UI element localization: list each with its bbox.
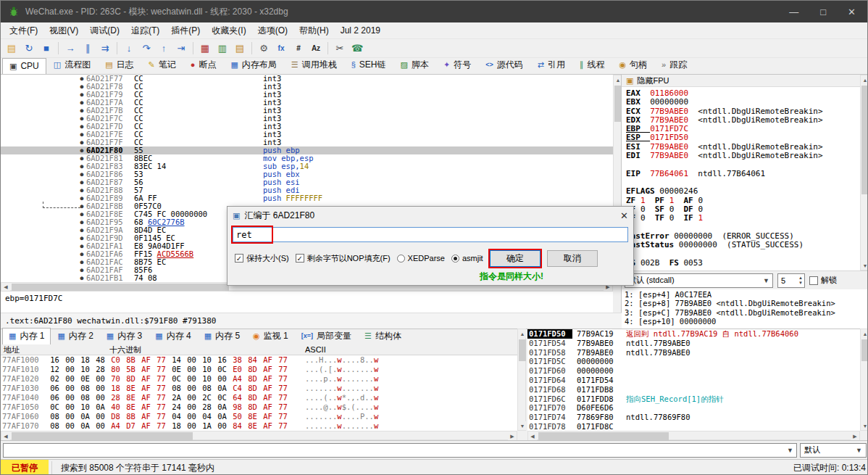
ok-button[interactable]: 确定 [490, 250, 541, 267]
scroll-down-arrow[interactable]: ▼ [861, 261, 868, 270]
dump-hscrollbar[interactable]: ◀ ▶ [1, 431, 517, 440]
tab-threads[interactable]: ∥线程 [572, 56, 612, 74]
case-icon[interactable]: Az [308, 41, 324, 56]
step-over-icon[interactable]: ↷ [138, 41, 154, 56]
stack-row[interactable]: 0171FD6C0171FDD8指向SEH_Record[1]的指针 [527, 395, 860, 404]
tab-memory-map[interactable]: ▦内存布局 [223, 56, 283, 74]
patches-icon[interactable]: # [291, 41, 306, 56]
dump-row[interactable]: 77AF10500C00100A408EAF772400280A988DAF77… [1, 402, 517, 412]
stack-row[interactable]: 0171FD5C00000000 [527, 357, 860, 366]
scroll-up-arrow[interactable]: ▲ [518, 329, 527, 338]
menu-item-1[interactable]: 视图(V) [43, 23, 84, 38]
scroll-thumb[interactable] [12, 284, 229, 291]
tab-references[interactable]: ⇄引用 [530, 56, 572, 74]
tab-symbols[interactable]: ✦符号 [436, 56, 478, 74]
dialog-close-icon[interactable]: ✕ [620, 210, 628, 221]
open-file-icon[interactable]: ▤ [4, 41, 20, 56]
tab-mem1[interactable]: ▦内存 1 [2, 328, 51, 344]
assemble-instruction-input[interactable]: ret [233, 227, 628, 242]
stack-pane[interactable]: 0171FD5077B9AC19返回到 ntdll.77B9AC19 自 ntd… [527, 329, 860, 431]
log-icon[interactable]: ▤ [232, 41, 248, 56]
checkbox-1[interactable]: ✓剩余字节以NOP填充(F) [296, 253, 391, 264]
tab-mem3[interactable]: ▦内存 3 [100, 328, 149, 344]
scroll-up-arrow[interactable]: ▲ [861, 329, 868, 338]
tab-notes[interactable]: ✎笔记 [141, 56, 183, 74]
stack-row[interactable]: 0171FD680171FDB8 [527, 385, 860, 395]
stack-row[interactable]: 0171FD640171FD54 [527, 376, 860, 385]
tab-mem2[interactable]: ▦内存 2 [51, 328, 99, 344]
tab-locals[interactable]: [x=]局部变量 [295, 328, 358, 344]
scissors-icon[interactable]: ✂ [332, 41, 348, 56]
menu-item-3[interactable]: 追踪(T) [125, 23, 165, 38]
register-row[interactable]: EIP 77B64061 ntdll.77B64061 [626, 170, 860, 178]
command-input[interactable]: ▼ [3, 443, 797, 458]
menu-item-5[interactable]: 收藏夹(I) [206, 23, 251, 38]
tab-trace[interactable]: »跟踪 [654, 56, 694, 74]
tab-call-stack[interactable]: ☰调用堆栈 [284, 56, 344, 74]
tab-script[interactable]: ▨脚本 [393, 56, 436, 74]
convention-dropdown[interactable]: 默认 (stdcall) ▼ [625, 273, 773, 288]
menu-item-7[interactable]: 帮助(H) [293, 23, 335, 38]
close-icon[interactable]: ■ [38, 41, 54, 56]
tab-graph[interactable]: ◫流程图 [46, 56, 98, 74]
stack-row[interactable]: 0171FD5077B9AC19返回到 ntdll.77B9AC19 自 ntd… [527, 329, 860, 339]
radio-asmjit[interactable]: asmjit [451, 254, 483, 263]
tab-handles[interactable]: ◉句柄 [612, 56, 654, 74]
stack-row[interactable]: 0171FD780171FD8C [527, 422, 860, 431]
step-out-icon[interactable]: ↑ [156, 41, 172, 56]
spinner-arrows[interactable]: ▲▼ [798, 276, 804, 286]
command-mode-dropdown[interactable]: 默认 ▼ [800, 443, 867, 458]
scroll-down-arrow[interactable]: ▼ [861, 421, 868, 430]
scroll-thumb[interactable] [861, 339, 868, 361]
hide-fpu-bar[interactable]: ▣ 隐藏FPU [622, 75, 860, 87]
dump-row[interactable]: 77AF107008000A00A4D7AF7718001A00848EAF77… [1, 421, 517, 431]
menu-item-8[interactable]: Jul 2 2019 [335, 24, 386, 37]
close-button[interactable]: ✕ [848, 7, 856, 17]
scroll-thumb[interactable] [861, 86, 868, 194]
stack-vscrollbar[interactable]: ▲ ▼ [860, 329, 868, 431]
run-icon[interactable]: → [62, 41, 78, 56]
dump-row[interactable]: 77AF106008000A00D88BAF770400040A508EAF77… [1, 412, 517, 421]
tab-mem4[interactable]: ▦内存 4 [149, 328, 197, 344]
dump-row[interactable]: 77AF101012001028805BAF770E00100CE08DAF77… [1, 365, 517, 374]
registers-pane[interactable]: ▣ 隐藏FPU EAX 01186000EBX 00000000ECX 77B9… [622, 75, 860, 270]
tab-log[interactable]: ▤日志 [98, 56, 141, 74]
stack-row[interactable]: 0171FD7477869F80ntdll.77869F80 [527, 413, 860, 422]
dump-vscrollbar[interactable]: ▲ ▼ [517, 329, 526, 431]
chevron-down-icon[interactable]: ▼ [787, 447, 793, 454]
memory-map-icon[interactable]: ▥ [214, 41, 230, 56]
dump-row[interactable]: 77AF103006000800188EAF770800080AC48DAF77… [1, 384, 517, 393]
menu-item-4[interactable]: 插件(P) [165, 23, 206, 38]
scroll-down-arrow[interactable]: ▼ [518, 421, 527, 430]
radio-xedparse[interactable]: XEDParse [397, 254, 445, 263]
tab-breakpoints[interactable]: ●断点 [183, 56, 224, 74]
step-into-icon[interactable]: ↓ [121, 41, 137, 56]
scroll-up-arrow[interactable]: ▲ [861, 75, 868, 84]
menu-item-0[interactable]: 文件(F) [4, 23, 43, 38]
stack-row[interactable]: 0171FD5877B9ABE0ntdll.77B9ABE0 [527, 348, 860, 358]
settings-icon[interactable]: ⚙ [256, 41, 272, 56]
cancel-button[interactable]: 取消 [547, 250, 598, 267]
restart-icon[interactable]: ↻ [21, 41, 37, 56]
registers-vscrollbar[interactable]: ▲ ▼ [860, 75, 868, 270]
pause-icon[interactable]: ∥ [80, 41, 96, 56]
menu-item-2[interactable]: 调试(D) [84, 23, 125, 38]
phone-icon[interactable]: ☎ [349, 41, 365, 56]
dump-row[interactable]: 77AF104006000800288EAF772A002C0C648DAF77… [1, 393, 517, 402]
arg-count-spinner[interactable]: 5 ▲▼ [777, 273, 805, 288]
register-row[interactable]: LastStatus 00000000 (STATUS_SUCCESS) [626, 241, 860, 249]
breakpoints-icon[interactable]: ▦ [197, 41, 213, 56]
scroll-thumb[interactable] [12, 432, 193, 440]
scroll-thumb[interactable] [538, 432, 669, 440]
register-row[interactable]: EDI 77B9ABE0 <ntdll.DbgUiRemoteBreakin> [626, 152, 860, 160]
dump-row[interactable]: 77AF100016001848C08BAF77140010163884AF77… [1, 355, 517, 365]
tab-watch1[interactable]: ◉监视 1 [246, 328, 295, 344]
tab-struct[interactable]: ☰结构体 [358, 328, 408, 344]
tab-seh[interactable]: §SEH链 [344, 56, 393, 74]
run-animate-icon[interactable]: ⇉ [97, 41, 113, 56]
stack-hscrollbar[interactable]: ◀ ▶ [527, 431, 860, 440]
tab-cpu[interactable]: ▣CPU [2, 58, 46, 74]
calculator-icon[interactable]: fx [273, 41, 289, 56]
menu-item-6[interactable]: 选项(O) [252, 23, 293, 38]
stack-row[interactable]: 0171FD5477B9ABE0ntdll.77B9ABE0 [527, 339, 860, 348]
